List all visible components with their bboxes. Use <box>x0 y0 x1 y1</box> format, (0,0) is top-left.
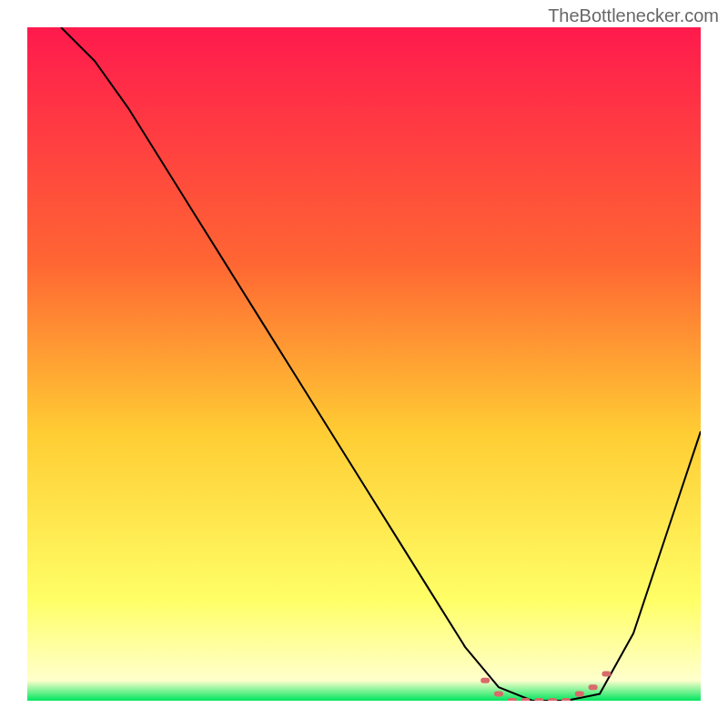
svg-rect-2 <box>508 698 517 701</box>
svg-rect-7 <box>575 692 584 697</box>
chart-frame <box>27 27 701 701</box>
chart-container: TheBottlenecker.com <box>0 0 728 728</box>
svg-rect-9 <box>602 671 611 676</box>
svg-rect-3 <box>521 698 531 701</box>
svg-rect-6 <box>561 698 571 701</box>
svg-rect-0 <box>480 678 490 683</box>
svg-rect-5 <box>548 698 557 701</box>
chart-svg <box>27 27 701 701</box>
svg-rect-1 <box>494 692 503 697</box>
gradient-background <box>27 27 701 701</box>
svg-rect-8 <box>589 684 598 690</box>
svg-rect-4 <box>534 698 543 701</box>
watermark-text: TheBottlenecker.com <box>548 5 719 26</box>
